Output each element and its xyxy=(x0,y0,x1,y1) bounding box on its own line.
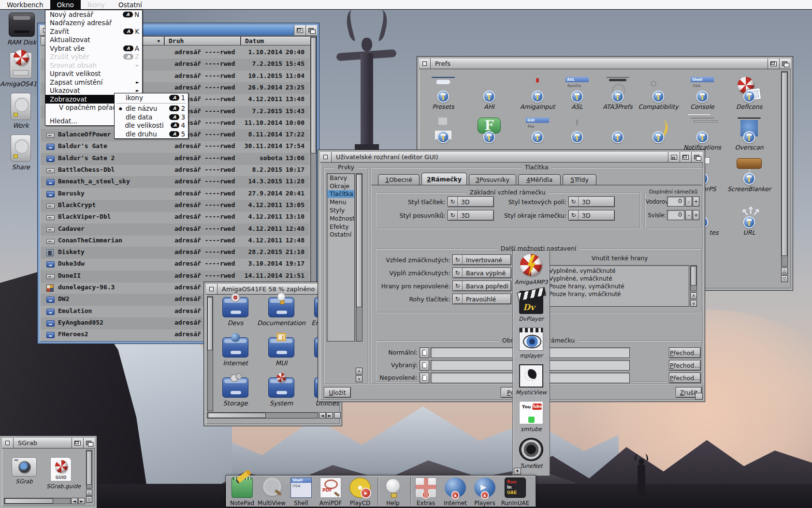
scroll-left-button[interactable]: ◄ xyxy=(71,498,78,504)
zoom-button[interactable] xyxy=(72,438,83,448)
menu-item-vybrat-v-e[interactable]: Vybrat všeAA xyxy=(45,44,142,53)
tab-4-měřidla[interactable]: 4 Měřidla xyxy=(518,174,561,185)
os-horizontal-scrollbar[interactable] xyxy=(207,412,318,418)
file-row-duneii[interactable]: DuneIIadresář ----rwed14.11.201421:51 xyxy=(41,270,309,283)
dock-item-runinuae[interactable]: RunInUAERunInUAE xyxy=(501,478,529,498)
file-picker-button[interactable] xyxy=(420,347,429,358)
style-sliders-cycle[interactable]: ↻3D xyxy=(448,210,494,221)
resize-gadget[interactable] xyxy=(695,393,703,400)
prefs-icon-ata3prefs[interactable]: ATA3Prefs xyxy=(594,77,641,100)
gradient-button[interactable]: Přechod... xyxy=(669,360,701,371)
file-row-duke3dw[interactable]: Duke3dwadresář ----rwed3.10.201419:17 xyxy=(41,258,309,270)
prefs-icon-console[interactable]: ShellOS4:Console xyxy=(679,77,725,100)
prefs-vertical-scrollbar[interactable] xyxy=(781,71,788,267)
os-icon-devs[interactable]: Devs xyxy=(212,297,259,317)
elements-list[interactable]: BarvyOkrajeTlačítkaMenuStylyMožnostiEfek… xyxy=(327,173,355,342)
dock-item-help[interactable]: Help xyxy=(379,478,407,498)
style-buttons-cycle[interactable]: ↻3D xyxy=(448,196,494,207)
sgrab-titlebar[interactable]: SGrab xyxy=(2,438,95,448)
thin-edges-item[interactable]: Vyplněné, vymáčknuté xyxy=(541,267,687,275)
gradient-button[interactable]: Přechod... xyxy=(669,373,701,383)
pressed-look-cycle[interactable]: ↻Invertované xyxy=(452,254,511,265)
sgrab-icon-sgrab-guide[interactable]: GUIDSGrab.guide xyxy=(46,457,75,490)
prefs-icon-presets[interactable]: Presets xyxy=(420,77,466,100)
file-row-baldur-s-gate[interactable]: Baldur's Gateadresář ----rwed30.11.20141… xyxy=(41,141,309,153)
scrollbar-thumb[interactable] xyxy=(311,37,316,153)
zoom-button[interactable] xyxy=(294,25,305,35)
horizontal-minus-button[interactable]: - xyxy=(685,196,692,207)
scroll-up-button[interactable]: △ xyxy=(781,268,788,274)
dock-item-shell[interactable]: ShellOS4:Shell xyxy=(287,478,315,498)
scrollbar-thumb[interactable] xyxy=(691,266,696,285)
sgrab-vertical-scrollbar[interactable] xyxy=(86,450,92,489)
thin-edges-item[interactable]: Pouze hrany, vmáčknuté xyxy=(541,290,687,298)
dock-item-extras[interactable]: ▲Extras xyxy=(412,478,440,498)
element-item-možnosti[interactable]: Možnosti xyxy=(327,214,354,223)
os-icon-mui[interactable]: MUI xyxy=(258,337,304,358)
element-item-barvy[interactable]: Barvy xyxy=(327,174,354,182)
column-header-druh[interactable]: Druh xyxy=(164,36,241,45)
os-icon-system[interactable]: System xyxy=(258,377,304,398)
scroll-down-button[interactable]: ▽ xyxy=(781,275,788,282)
dock-item-mplayer[interactable]: mplayer xyxy=(513,328,550,359)
thin-list-scrollbar[interactable] xyxy=(690,265,697,291)
thin-edges-item[interactable]: Vyplněné, vmáčknuté xyxy=(541,275,687,283)
scroll-left-button[interactable]: ◄ xyxy=(319,412,326,418)
dock-item-amipdf[interactable]: PDFAmiPDF xyxy=(317,478,345,498)
desktop-icon-ram-disk[interactable]: RAM Disk xyxy=(1,13,43,46)
submenu-item-dle-názvu[interactable]: ●dle názvuA2 xyxy=(115,105,188,113)
depth-button[interactable] xyxy=(691,152,703,162)
submenu-item-dle-druhu[interactable]: dle druhuA5 xyxy=(115,130,188,138)
prefs-icon-globe-measure[interactable] xyxy=(635,118,682,141)
file-row-diskety[interactable]: Disketyadresář ----rwed28.2.201521:10 xyxy=(41,247,309,259)
iconify-button[interactable] xyxy=(668,152,680,162)
sgrab-horizontal-scrollbar[interactable] xyxy=(4,498,71,504)
list-down-button[interactable]: ∨ xyxy=(356,375,362,382)
menubar-item-ostatní[interactable]: Ostatní xyxy=(112,0,149,9)
horizontal-plus-button[interactable]: + xyxy=(693,196,699,207)
os-icon-documentation[interactable]: Documentation xyxy=(258,297,304,317)
element-item-tlačítka[interactable]: Tlačítka xyxy=(327,190,354,198)
close-button[interactable] xyxy=(419,59,431,69)
depth-button[interactable] xyxy=(779,59,791,69)
dock-item-notepad[interactable]: NotePad xyxy=(228,478,256,498)
depth-button[interactable] xyxy=(305,25,317,35)
prefs-titlebar[interactable]: Prefs xyxy=(419,59,791,69)
desktop-icon-work[interactable]: Work xyxy=(0,93,42,129)
scrollbar-thumb[interactable] xyxy=(356,174,362,307)
prefs-icon-overscan[interactable]: Overscan xyxy=(726,118,772,141)
menu-item-upravit-velikost[interactable]: Upravit velikost xyxy=(45,70,142,78)
menu-item-aktualizovat[interactable]: Aktualizovat xyxy=(45,36,142,45)
prefs-icon-url[interactable]: ↑↑↑URL xyxy=(726,203,772,226)
prefs-icon-ahi[interactable]: AHI xyxy=(466,77,512,100)
scrollbar-thumb[interactable] xyxy=(782,72,787,256)
element-item-menu[interactable]: Menu xyxy=(327,198,354,206)
file-row-berusky[interactable]: Beruskyadresář ----rwed27.9.201420:41 xyxy=(41,188,309,200)
scroll-up-button[interactable]: △ xyxy=(86,490,92,496)
file-picker-button[interactable] xyxy=(420,360,429,371)
menubar-item-okno[interactable]: Okno xyxy=(50,0,81,9)
tab-2-rámečky[interactable]: 2 Rámečky xyxy=(421,173,467,185)
close-button[interactable] xyxy=(320,152,332,162)
prefs-icon-mouse[interactable] xyxy=(554,118,600,141)
scrollbar-thumb[interactable] xyxy=(208,413,266,418)
menu-item-srovnat-obsah[interactable]: Srovnat obsah► xyxy=(45,61,142,70)
menu-item-zapsat-um-st-n-[interactable]: Zapsat umístění► xyxy=(45,78,142,87)
menu-item-zru-it-v-b-r[interactable]: Zrušit výběrAZ xyxy=(45,53,142,61)
prefs-icon-blue-sphere[interactable] xyxy=(594,118,641,141)
elements-scrollbar[interactable] xyxy=(356,173,362,342)
submenu-item-dle-data[interactable]: dle dataA3 xyxy=(115,113,188,121)
tab-5-třídy[interactable]: 5 Třídy xyxy=(563,174,596,185)
scroll-right-button[interactable]: ► xyxy=(78,498,85,504)
list-up-button[interactable]: ∧ xyxy=(356,368,362,374)
close-button[interactable] xyxy=(2,438,14,448)
vertical-input[interactable]: 0 xyxy=(667,210,684,220)
file-row-blackviper-dbl[interactable]: BlackViper-Dbladresář ----rwed4.12.20111… xyxy=(41,211,309,224)
file-row-battlechess-dbl[interactable]: BattleChess-Dbladresář ----rwed8.2.20151… xyxy=(41,164,309,177)
file-row-cadaver[interactable]: Cadaveradresář ----rwed4.12.201112:48 xyxy=(41,224,309,236)
dock-item-dvplayer[interactable]: DvPlayer xyxy=(513,291,550,322)
column-header-datum[interactable]: Datum xyxy=(241,36,311,45)
dock-item-tunenet[interactable]: TuneNet xyxy=(513,438,550,469)
tab-3-posuvníky[interactable]: 3 Posuvníky xyxy=(469,174,516,185)
pressed-fill-cycle[interactable]: ↻Barva výplně xyxy=(452,268,511,278)
